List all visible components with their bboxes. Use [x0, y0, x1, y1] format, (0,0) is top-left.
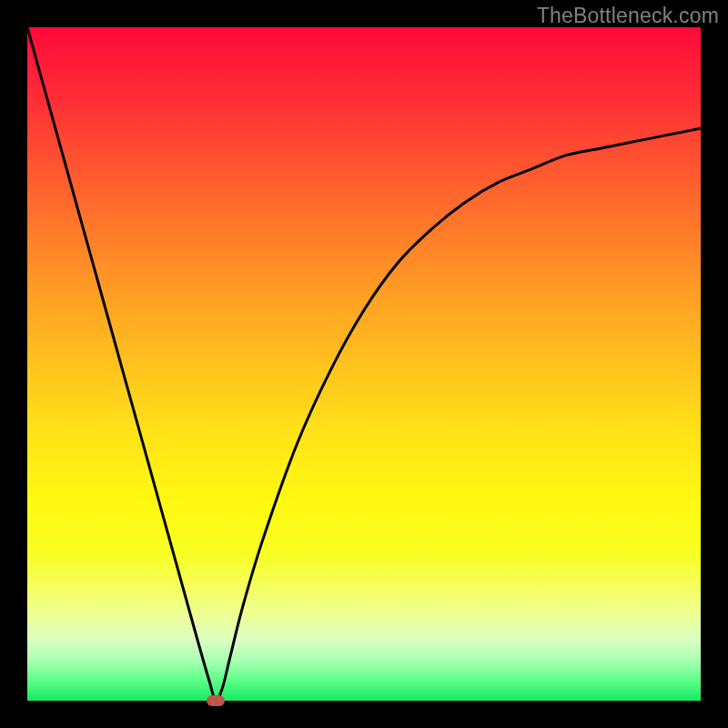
watermark-text: TheBottleneck.com — [537, 4, 719, 28]
chart-frame: TheBottleneck.com — [0, 0, 728, 728]
plot-area — [27, 27, 701, 701]
minimum-marker — [207, 695, 225, 706]
bottleneck-curve — [27, 27, 701, 701]
